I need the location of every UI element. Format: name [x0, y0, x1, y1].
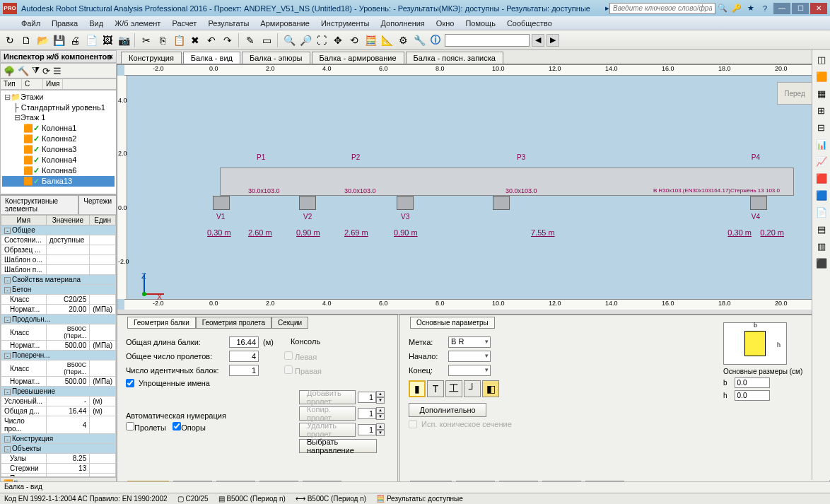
menu-tools[interactable]: Инструменты: [315, 18, 375, 29]
rt-icon-10[interactable]: 📄: [815, 206, 828, 218]
tree-col4[interactable]: 🟧✓ Колонна4: [2, 155, 115, 165]
tree-col6[interactable]: 🟧✓ Колонна6: [2, 165, 115, 176]
menu-help[interactable]: Помощь: [460, 18, 501, 29]
dim-h-input[interactable]: [735, 390, 770, 401]
star-icon[interactable]: ★: [745, 3, 756, 13]
key-icon[interactable]: 🔑: [731, 3, 742, 13]
rt-icon-1[interactable]: ◫: [815, 53, 828, 66]
layout-combo[interactable]: [445, 34, 530, 47]
menu-edit[interactable]: Правка: [46, 18, 83, 29]
tab-drawings[interactable]: Чертежи: [78, 195, 117, 214]
identical-beams-input[interactable]: [229, 365, 259, 376]
preview-icon[interactable]: 📄: [84, 33, 98, 47]
shape-tee-icon[interactable]: T: [427, 380, 444, 397]
zoom-out-icon[interactable]: 🔎: [298, 33, 312, 47]
advanced-button[interactable]: Дополнительно: [409, 403, 486, 417]
tree-std-level[interactable]: ├ Стандартный уровень1: [2, 102, 115, 112]
rt-icon-3[interactable]: ▦: [815, 87, 828, 100]
calc2-icon[interactable]: 📐: [380, 33, 394, 47]
copy-icon[interactable]: ⎘: [156, 33, 170, 47]
tab-elements[interactable]: Конструктивные элементы: [0, 195, 78, 214]
edit-icon[interactable]: ✎: [243, 33, 257, 47]
conical-check[interactable]: [409, 420, 417, 428]
hammer-icon[interactable]: 🔨: [18, 66, 29, 76]
rt-icon-7[interactable]: 📈: [815, 155, 828, 168]
close-icon[interactable]: ×: [109, 52, 113, 61]
shape-rect-icon[interactable]: ▮: [409, 380, 426, 397]
add-span-num[interactable]: [358, 392, 376, 403]
tab-beam-note[interactable]: Балка - поясн. записка: [406, 52, 503, 64]
rt-icon-12[interactable]: ▥: [815, 240, 828, 252]
menu-addins[interactable]: Дополнения: [375, 18, 431, 29]
menu-view[interactable]: Вид: [83, 18, 109, 29]
right-console-check[interactable]: [284, 365, 293, 374]
rt-icon-11[interactable]: ▤: [815, 223, 828, 235]
drawing-canvas[interactable]: -2.0 0.0 2.0 4.0 6.0 8.0 10.0 12.0 14.0 …: [117, 64, 830, 315]
redo-icon[interactable]: ↷: [221, 33, 235, 47]
rt-icon-4[interactable]: ⊞: [815, 104, 828, 117]
rt-icon-2[interactable]: 🟧: [815, 70, 828, 83]
menu-community[interactable]: Сообщество: [501, 18, 558, 29]
screenshot-icon[interactable]: 🖼: [100, 33, 115, 47]
tab-span-geom[interactable]: Геометрия пролета: [196, 317, 271, 329]
info-icon[interactable]: ⓘ: [428, 33, 443, 47]
shape-l-icon[interactable]: ┘: [464, 380, 481, 397]
tree-floor1[interactable]: ⊟Этаж 1: [2, 112, 115, 123]
search-input[interactable]: [609, 3, 715, 14]
menu-analysis[interactable]: Расчет: [166, 18, 202, 29]
reopen-icon[interactable]: ↻: [3, 33, 17, 47]
spans-check[interactable]: [126, 422, 134, 430]
filter-icon[interactable]: ⧩: [32, 65, 40, 76]
properties-table[interactable]: ИмяЗначениеЕдин -Общее Состояни...доступ…: [0, 214, 117, 477]
rt-icon-6[interactable]: 📊: [815, 138, 828, 151]
tree-col1[interactable]: 🟧✓ Колонна1: [2, 123, 115, 134]
wrench-icon[interactable]: 🔧: [412, 33, 426, 47]
binoculars-icon[interactable]: 🔍: [717, 3, 728, 13]
close-button[interactable]: ✕: [810, 3, 827, 14]
section-label-combo[interactable]: B R: [448, 336, 491, 348]
tree-icon[interactable]: 🌳: [4, 66, 15, 76]
supports-check[interactable]: [173, 422, 181, 430]
cut-icon[interactable]: ✂: [139, 33, 153, 47]
tab-sections[interactable]: Секции: [271, 317, 308, 329]
total-length-input[interactable]: [229, 336, 259, 348]
window-icon[interactable]: ▭: [259, 33, 274, 47]
menu-file[interactable]: Файл: [16, 18, 46, 29]
print-icon[interactable]: 🖨: [68, 33, 82, 47]
prev-arrow-icon[interactable]: ◀: [532, 34, 544, 47]
new-icon[interactable]: 🗋: [19, 33, 33, 47]
maximize-button[interactable]: ☐: [792, 3, 809, 14]
zoom-window-icon[interactable]: ⛶: [315, 33, 329, 47]
props-icon[interactable]: ☰: [53, 66, 62, 76]
rotate-icon[interactable]: ⟲: [347, 33, 361, 47]
paste-icon[interactable]: 📋: [172, 33, 186, 47]
refresh-icon[interactable]: ⟳: [42, 66, 50, 76]
del-span-num[interactable]: [358, 424, 376, 435]
open-icon[interactable]: 📂: [35, 33, 49, 47]
help-icon[interactable]: ?: [759, 3, 771, 13]
tab-beam-diagrams[interactable]: Балка - эпюры: [242, 52, 310, 64]
copy-span-num[interactable]: [358, 408, 376, 419]
simple-names-check[interactable]: [126, 379, 134, 387]
menu-reinforcement[interactable]: Армирование: [255, 18, 315, 29]
tree-col2[interactable]: 🟧✓ Колонна2: [2, 134, 115, 144]
rt-icon-9[interactable]: 🟦: [815, 189, 828, 201]
tab-beam-view[interactable]: Балка - вид: [183, 52, 240, 64]
view-cube[interactable]: Перед: [777, 82, 812, 105]
rt-icon-13[interactable]: ⬛: [815, 257, 828, 269]
left-console-check[interactable]: [284, 351, 293, 360]
shape-custom-icon[interactable]: ◧: [482, 380, 499, 397]
direction-button[interactable]: Выбрать направление: [299, 439, 377, 453]
tab-beam-geom[interactable]: Геометрия балки: [127, 317, 196, 329]
end-combo[interactable]: [448, 365, 491, 376]
scrollbar-horizontal[interactable]: [117, 310, 825, 314]
start-combo[interactable]: [448, 351, 491, 362]
menu-rc-element[interactable]: Ж/б элемент: [109, 18, 166, 29]
gear-icon[interactable]: ⚙: [396, 33, 410, 47]
tab-structure[interactable]: Конструкция: [121, 52, 182, 64]
span-count-input[interactable]: [229, 351, 259, 362]
undo-icon[interactable]: ↶: [204, 33, 218, 47]
delete-icon[interactable]: ✖: [188, 33, 202, 47]
tab-beam-reinf[interactable]: Балка - армирование: [312, 52, 404, 64]
dim-b-input[interactable]: [735, 377, 770, 388]
